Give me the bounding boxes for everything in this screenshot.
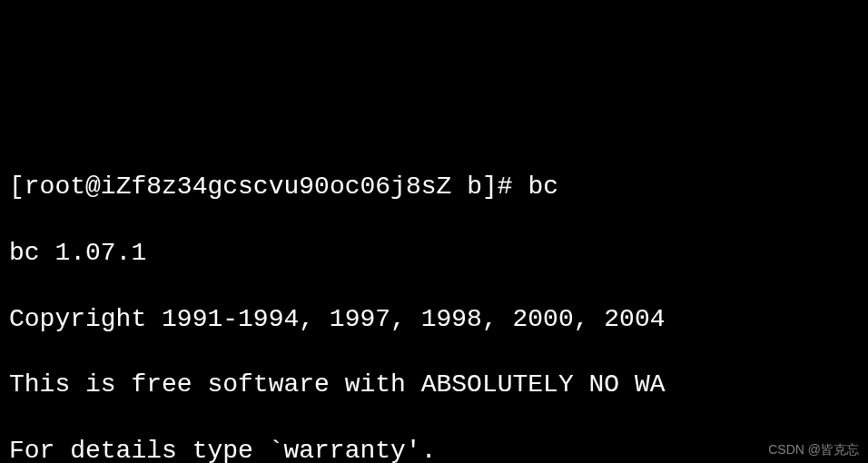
prompt-host: iZf8z34gcscvu90oc06j8sZ (101, 172, 451, 201)
prompt-line: [root@iZf8z34gcscvu90oc06j8sZ b]# bc (9, 171, 859, 203)
bc-freesw-line: This is free software with ABSOLUTELY NO… (9, 369, 859, 401)
bc-details-line: For details type `warranty'. (9, 435, 859, 463)
bracket-close: ] (482, 172, 498, 201)
terminal[interactable]: [root@iZf8z34gcscvu90oc06j8sZ b]# bc bc … (0, 133, 868, 463)
bc-copyright-line: Copyright 1991-1994, 1997, 1998, 2000, 2… (9, 303, 859, 336)
prompt-symbol: # (498, 172, 513, 201)
at-sign: @ (85, 172, 101, 201)
prompt-cwd: b (467, 172, 482, 201)
bc-version-line: bc 1.07.1 (9, 237, 859, 270)
prompt-user: root (25, 172, 85, 201)
bracket-open: [ (9, 172, 25, 201)
command-text: bc (528, 172, 558, 201)
watermark-text: CSDN @皆克忘 (768, 441, 859, 458)
